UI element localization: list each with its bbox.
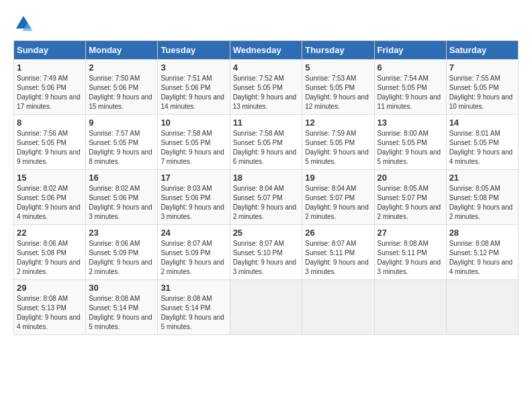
calendar-cell: 25Sunrise: 8:07 AM Sunset: 5:10 PM Dayli…: [230, 225, 302, 280]
calendar-cell: 1Sunrise: 7:49 AM Sunset: 5:06 PM Daylig…: [14, 60, 86, 115]
day-number: 14: [449, 118, 515, 128]
weekday-header-thursday: Thursday: [302, 41, 374, 60]
day-info: Sunrise: 7:58 AM Sunset: 5:05 PM Dayligh…: [161, 129, 226, 167]
calendar-week-row: 29Sunrise: 8:08 AM Sunset: 5:13 PM Dayli…: [14, 280, 519, 335]
calendar-cell: 11Sunrise: 7:58 AM Sunset: 5:05 PM Dayli…: [230, 115, 302, 170]
day-number: 27: [378, 228, 443, 238]
calendar-cell: 30Sunrise: 8:08 AM Sunset: 5:14 PM Dayli…: [86, 280, 158, 335]
weekday-header-friday: Friday: [374, 41, 446, 60]
day-info: Sunrise: 8:06 AM Sunset: 5:08 PM Dayligh…: [17, 239, 83, 277]
day-info: Sunrise: 7:56 AM Sunset: 5:05 PM Dayligh…: [17, 129, 83, 167]
calendar-cell: 12Sunrise: 7:59 AM Sunset: 5:05 PM Dayli…: [302, 115, 374, 170]
day-number: 25: [233, 228, 300, 238]
day-info: Sunrise: 8:07 AM Sunset: 5:10 PM Dayligh…: [233, 239, 300, 277]
day-info: Sunrise: 7:59 AM Sunset: 5:05 PM Dayligh…: [305, 129, 371, 167]
day-number: 21: [449, 173, 515, 183]
calendar-cell: 9Sunrise: 7:57 AM Sunset: 5:05 PM Daylig…: [86, 115, 158, 170]
calendar-cell: 13Sunrise: 8:00 AM Sunset: 5:05 PM Dayli…: [374, 115, 446, 170]
calendar-cell: 8Sunrise: 7:56 AM Sunset: 5:05 PM Daylig…: [14, 115, 86, 170]
day-info: Sunrise: 7:50 AM Sunset: 5:06 PM Dayligh…: [89, 74, 154, 111]
weekday-header-row: SundayMondayTuesdayWednesdayThursdayFrid…: [14, 41, 519, 60]
day-info: Sunrise: 8:08 AM Sunset: 5:14 PM Dayligh…: [89, 294, 154, 332]
calendar-cell: 6Sunrise: 7:54 AM Sunset: 5:05 PM Daylig…: [374, 60, 446, 115]
calendar-cell: [230, 280, 302, 335]
calendar-table: SundayMondayTuesdayWednesdayThursdayFrid…: [13, 40, 519, 335]
day-number: 29: [17, 283, 83, 293]
day-number: 16: [89, 173, 154, 183]
day-number: 13: [378, 118, 443, 128]
calendar-cell: 16Sunrise: 8:02 AM Sunset: 5:06 PM Dayli…: [86, 170, 158, 225]
weekday-header-sunday: Sunday: [14, 41, 86, 60]
calendar-cell: 26Sunrise: 8:07 AM Sunset: 5:11 PM Dayli…: [302, 225, 374, 280]
day-number: 10: [161, 118, 226, 128]
calendar-week-row: 1Sunrise: 7:49 AM Sunset: 5:06 PM Daylig…: [14, 60, 519, 115]
day-info: Sunrise: 7:49 AM Sunset: 5:06 PM Dayligh…: [17, 74, 83, 111]
day-info: Sunrise: 8:05 AM Sunset: 5:08 PM Dayligh…: [449, 184, 515, 222]
day-number: 23: [89, 228, 154, 238]
calendar-cell: 21Sunrise: 8:05 AM Sunset: 5:08 PM Dayli…: [446, 170, 518, 225]
day-info: Sunrise: 7:51 AM Sunset: 5:06 PM Dayligh…: [161, 74, 226, 111]
calendar-cell: 2Sunrise: 7:50 AM Sunset: 5:06 PM Daylig…: [86, 60, 158, 115]
day-info: Sunrise: 7:53 AM Sunset: 5:05 PM Dayligh…: [305, 74, 371, 111]
day-info: Sunrise: 7:55 AM Sunset: 5:05 PM Dayligh…: [449, 74, 515, 111]
calendar-body: 1Sunrise: 7:49 AM Sunset: 5:06 PM Daylig…: [14, 60, 519, 335]
calendar-week-row: 15Sunrise: 8:02 AM Sunset: 5:06 PM Dayli…: [14, 170, 519, 225]
calendar-cell: 17Sunrise: 8:03 AM Sunset: 5:06 PM Dayli…: [158, 170, 230, 225]
weekday-header-wednesday: Wednesday: [230, 41, 302, 60]
calendar-cell: 23Sunrise: 8:06 AM Sunset: 5:09 PM Dayli…: [86, 225, 158, 280]
day-number: 3: [161, 62, 226, 73]
day-number: 12: [305, 118, 371, 128]
calendar-cell: 4Sunrise: 7:52 AM Sunset: 5:05 PM Daylig…: [230, 60, 302, 115]
weekday-header-monday: Monday: [86, 41, 158, 60]
logo-icon: [13, 13, 34, 34]
day-info: Sunrise: 8:08 AM Sunset: 5:13 PM Dayligh…: [17, 294, 83, 332]
day-info: Sunrise: 8:02 AM Sunset: 5:06 PM Dayligh…: [89, 184, 154, 222]
day-info: Sunrise: 8:04 AM Sunset: 5:07 PM Dayligh…: [233, 184, 300, 222]
day-number: 6: [378, 62, 443, 73]
day-number: 22: [17, 228, 83, 238]
calendar-cell: 29Sunrise: 8:08 AM Sunset: 5:13 PM Dayli…: [14, 280, 86, 335]
day-info: Sunrise: 7:54 AM Sunset: 5:05 PM Dayligh…: [378, 74, 443, 111]
day-number: 18: [233, 173, 300, 183]
day-number: 9: [89, 118, 154, 128]
calendar-cell: 15Sunrise: 8:02 AM Sunset: 5:06 PM Dayli…: [14, 170, 86, 225]
day-info: Sunrise: 7:58 AM Sunset: 5:05 PM Dayligh…: [233, 129, 300, 167]
day-info: Sunrise: 8:07 AM Sunset: 5:09 PM Dayligh…: [161, 239, 226, 277]
calendar-cell: [374, 280, 446, 335]
calendar-cell: 18Sunrise: 8:04 AM Sunset: 5:07 PM Dayli…: [230, 170, 302, 225]
day-number: 2: [89, 62, 154, 73]
day-number: 19: [305, 173, 371, 183]
weekday-header-tuesday: Tuesday: [158, 41, 230, 60]
day-info: Sunrise: 8:05 AM Sunset: 5:07 PM Dayligh…: [378, 184, 443, 222]
day-number: 30: [89, 283, 154, 293]
day-info: Sunrise: 7:57 AM Sunset: 5:05 PM Dayligh…: [89, 129, 154, 167]
day-number: 4: [233, 62, 300, 73]
calendar-cell: [302, 280, 374, 335]
calendar-header: SundayMondayTuesdayWednesdayThursdayFrid…: [14, 41, 519, 60]
day-number: 7: [449, 62, 515, 73]
calendar-cell: 5Sunrise: 7:53 AM Sunset: 5:05 PM Daylig…: [302, 60, 374, 115]
day-info: Sunrise: 8:08 AM Sunset: 5:12 PM Dayligh…: [449, 239, 515, 277]
day-info: Sunrise: 8:07 AM Sunset: 5:11 PM Dayligh…: [305, 239, 371, 277]
day-number: 17: [161, 173, 226, 183]
calendar-cell: 10Sunrise: 7:58 AM Sunset: 5:05 PM Dayli…: [158, 115, 230, 170]
day-number: 15: [17, 173, 83, 183]
day-info: Sunrise: 8:08 AM Sunset: 5:11 PM Dayligh…: [378, 239, 443, 277]
day-number: 31: [161, 283, 226, 293]
logo: [13, 13, 36, 34]
calendar-cell: 28Sunrise: 8:08 AM Sunset: 5:12 PM Dayli…: [446, 225, 518, 280]
weekday-header-saturday: Saturday: [446, 41, 518, 60]
calendar-cell: 7Sunrise: 7:55 AM Sunset: 5:05 PM Daylig…: [446, 60, 518, 115]
day-number: 26: [305, 228, 371, 238]
day-info: Sunrise: 8:00 AM Sunset: 5:05 PM Dayligh…: [378, 129, 443, 167]
day-number: 28: [449, 228, 515, 238]
calendar-cell: 20Sunrise: 8:05 AM Sunset: 5:07 PM Dayli…: [374, 170, 446, 225]
day-info: Sunrise: 8:01 AM Sunset: 5:05 PM Dayligh…: [449, 129, 515, 167]
calendar-cell: 31Sunrise: 8:08 AM Sunset: 5:14 PM Dayli…: [158, 280, 230, 335]
calendar-week-row: 8Sunrise: 7:56 AM Sunset: 5:05 PM Daylig…: [14, 115, 519, 170]
calendar-week-row: 22Sunrise: 8:06 AM Sunset: 5:08 PM Dayli…: [14, 225, 519, 280]
calendar-cell: 24Sunrise: 8:07 AM Sunset: 5:09 PM Dayli…: [158, 225, 230, 280]
day-number: 20: [378, 173, 443, 183]
calendar-cell: [446, 280, 518, 335]
day-info: Sunrise: 8:04 AM Sunset: 5:07 PM Dayligh…: [305, 184, 371, 222]
